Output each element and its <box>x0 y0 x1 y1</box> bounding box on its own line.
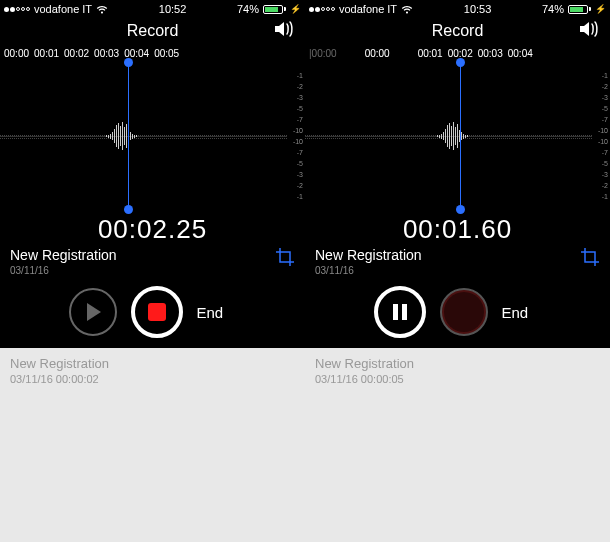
charging-icon: ⚡ <box>595 4 606 14</box>
recording-date: 03/11/16 <box>10 265 117 276</box>
elapsed-time: 00:01.60 <box>305 210 610 247</box>
signal-icon <box>4 7 30 12</box>
list-item-subtitle: 03/11/16 00:00:02 <box>10 373 295 385</box>
list-item-title[interactable]: New Registration <box>315 356 600 371</box>
battery-pct: 74% <box>542 3 564 15</box>
timeline-ruler: 00:00 00:01 00:02 00:03 00:04 00:05 <box>0 44 305 62</box>
elapsed-time: 00:02.25 <box>0 210 305 247</box>
battery-icon <box>568 5 591 14</box>
crop-icon[interactable] <box>275 247 295 271</box>
clock: 10:53 <box>464 3 492 15</box>
playhead[interactable] <box>128 62 129 210</box>
clock: 10:52 <box>159 3 187 15</box>
list-item-subtitle: 03/11/16 00:00:05 <box>315 373 600 385</box>
wifi-icon <box>96 5 108 14</box>
header: Record <box>0 18 305 44</box>
recordings-list[interactable]: New Registration 03/11/16 00:00:05 <box>305 348 610 542</box>
header: Record <box>305 18 610 44</box>
recording-title[interactable]: New Registration <box>10 247 117 263</box>
page-title: Record <box>432 22 484 40</box>
list-item-title[interactable]: New Registration <box>10 356 295 371</box>
recordings-list[interactable]: New Registration 03/11/16 00:00:02 <box>0 348 305 542</box>
waveform <box>106 121 137 151</box>
end-button[interactable]: End <box>502 304 542 321</box>
controls-bar: End <box>305 276 610 348</box>
speaker-icon[interactable] <box>273 20 295 42</box>
wifi-icon <box>401 5 413 14</box>
status-bar: vodafone IT 10:52 74% ⚡ <box>0 0 305 18</box>
playhead[interactable] <box>460 62 461 210</box>
record-button[interactable] <box>440 288 488 336</box>
waveform <box>437 121 468 151</box>
page-title: Record <box>127 22 179 40</box>
waveform-area[interactable]: -1-2-3-5-7-10-10-7-5-3-2-1 <box>0 62 305 210</box>
screen-left: vodafone IT 10:52 74% ⚡ Record 00:00 00:… <box>0 0 305 542</box>
pause-button[interactable] <box>374 286 426 338</box>
level-scale: -1-2-3-5-7-10-10-7-5-3-2-1 <box>289 72 303 200</box>
carrier-label: vodafone IT <box>339 3 397 15</box>
waveform-area[interactable]: -1-2-3-5-7-10-10-7-5-3-2-1 <box>305 62 610 210</box>
end-button[interactable]: End <box>197 304 237 321</box>
battery-icon <box>263 5 286 14</box>
status-bar: vodafone IT 10:53 74% ⚡ <box>305 0 610 18</box>
signal-icon <box>309 7 335 12</box>
recording-title[interactable]: New Registration <box>315 247 422 263</box>
carrier-label: vodafone IT <box>34 3 92 15</box>
speaker-icon[interactable] <box>578 20 600 42</box>
screen-right: vodafone IT 10:53 74% ⚡ Record |00:00 00… <box>305 0 610 542</box>
controls-bar: End <box>0 276 305 348</box>
charging-icon: ⚡ <box>290 4 301 14</box>
recording-date: 03/11/16 <box>315 265 422 276</box>
battery-pct: 74% <box>237 3 259 15</box>
record-stop-button[interactable] <box>131 286 183 338</box>
crop-icon[interactable] <box>580 247 600 271</box>
level-scale: -1-2-3-5-7-10-10-7-5-3-2-1 <box>594 72 608 200</box>
play-button[interactable] <box>69 288 117 336</box>
